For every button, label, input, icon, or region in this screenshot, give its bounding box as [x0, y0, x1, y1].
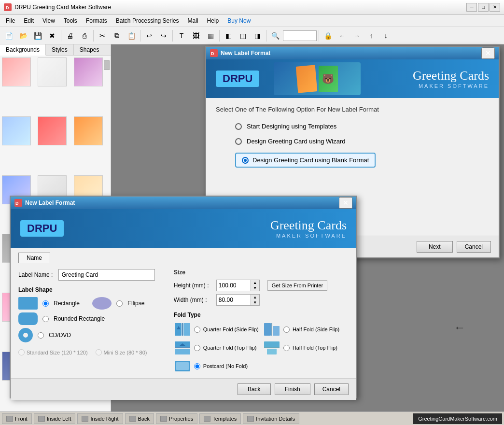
label-name-input[interactable]	[58, 269, 155, 281]
text-button[interactable]: T	[175, 29, 188, 42]
radio-half-top[interactable]	[283, 345, 290, 351]
svg-rect-17	[264, 341, 280, 347]
thumbnail-1[interactable]	[2, 57, 31, 86]
radio-blank[interactable]	[242, 157, 249, 164]
save-button[interactable]: 💾	[31, 29, 44, 42]
maximize-button[interactable]: □	[478, 3, 489, 12]
height-spin-up[interactable]: ▲	[251, 280, 259, 285]
arrow-right[interactable]: →	[350, 29, 364, 42]
minimize-button[interactable]: ─	[466, 3, 477, 12]
delete-button[interactable]: ✖	[45, 29, 59, 42]
menu-edit[interactable]: Edit	[20, 16, 38, 25]
status-tab-inside-left[interactable]: Inside Left	[34, 413, 76, 424]
radio-quarter-top[interactable]	[194, 345, 200, 351]
redo-button[interactable]: ↪	[157, 29, 170, 42]
status-tab-invitation[interactable]: Invitation Details	[243, 413, 299, 424]
menu-view[interactable]: View	[39, 16, 59, 25]
align-center[interactable]: ◫	[236, 29, 250, 42]
tab-backgrounds[interactable]: Backgrounds	[0, 44, 46, 56]
new-button[interactable]: 📄	[2, 29, 15, 42]
cd-label: CD/DVD	[49, 332, 71, 339]
width-input[interactable]	[217, 295, 251, 305]
standard-size-label: Standard Size (120 * 120)	[27, 350, 88, 355]
dialog1-option-1[interactable]: Design Greeting Card using Wizard	[235, 138, 489, 145]
width-spin-up[interactable]: ▲	[251, 295, 259, 300]
radio-cd[interactable]	[38, 332, 44, 339]
status-tab-inside-right[interactable]: Inside Right	[77, 413, 123, 424]
menu-batch[interactable]: Batch Processing Series	[112, 16, 183, 25]
zoom-in[interactable]: 🔍	[268, 29, 282, 42]
radio-rectangle[interactable]	[42, 300, 49, 307]
thumbnail-2[interactable]	[38, 57, 67, 86]
dialog1-next-button[interactable]: Next	[417, 241, 453, 253]
svg-rect-21	[176, 362, 189, 370]
cut-button[interactable]: ✂	[96, 29, 109, 42]
menu-buy-now[interactable]: Buy Now	[224, 16, 254, 25]
tab-styles[interactable]: Styles	[46, 44, 74, 55]
arrow-up[interactable]: ↑	[364, 29, 378, 42]
lock-button[interactable]: 🔒	[321, 29, 335, 42]
dialog2-right: Size Height (mm) : ▲ ▼ Get Size From Pri…	[174, 269, 349, 373]
dialog1-body: Select One of The Following Option For N…	[206, 98, 499, 175]
zoom-input[interactable]: 100%	[283, 30, 317, 41]
fold-option-0: Quarter Fold (Side Flip)	[174, 322, 259, 337]
dialog1-option-0[interactable]: Start Designing using Templates	[235, 123, 489, 130]
radio-rounded-rect[interactable]	[42, 316, 49, 322]
dialog2-cancel-button[interactable]: Cancel	[314, 383, 349, 395]
print2-button[interactable]: ⎙	[78, 29, 91, 42]
menu-file[interactable]: File	[2, 16, 19, 25]
open-button[interactable]: 📂	[16, 29, 30, 42]
dialog2-footer: Back Finish Cancel	[11, 378, 356, 400]
inside-left-tab-label: Inside Left	[47, 416, 71, 422]
dialog1-title: New Label Format	[221, 50, 481, 57]
front-tab-icon	[6, 416, 13, 422]
status-tab-properties[interactable]: Properties	[156, 413, 197, 424]
align-right[interactable]: ◨	[251, 29, 264, 42]
status-tab-templates[interactable]: Templates	[199, 413, 241, 424]
radio-templates[interactable]	[235, 123, 242, 130]
thumbnail-3[interactable]	[74, 57, 103, 86]
thumbnail-4[interactable]	[2, 116, 31, 145]
dialog2-close-button[interactable]: ✕	[339, 197, 352, 209]
half-fold-top-flip-icon	[263, 340, 280, 355]
print-button[interactable]: 🖨	[63, 29, 77, 42]
barcode-button[interactable]: ▦	[204, 29, 217, 42]
properties-tab-icon	[160, 416, 167, 422]
undo-button[interactable]: ↩	[142, 29, 156, 42]
radio-wizard[interactable]	[235, 138, 242, 145]
width-spin-down[interactable]: ▼	[251, 300, 259, 305]
radio-postcard[interactable]	[194, 363, 200, 369]
height-spin-down[interactable]: ▼	[251, 285, 259, 291]
status-tab-front[interactable]: Front	[2, 413, 32, 424]
height-input[interactable]	[217, 280, 251, 291]
menu-formats[interactable]: Formats	[82, 16, 111, 25]
get-size-button[interactable]: Get Size From Printer	[267, 280, 327, 291]
paste-button[interactable]: 📋	[125, 29, 138, 42]
radio-ellipse[interactable]	[116, 300, 123, 307]
radio-half-side[interactable]	[283, 326, 290, 333]
banner1-drpu: DRPU	[216, 71, 259, 87]
dialog2-finish-button[interactable]: Finish	[275, 383, 310, 395]
dialog2-back-button[interactable]: Back	[238, 383, 271, 395]
menu-mail[interactable]: Mail	[184, 16, 202, 25]
arrow-left[interactable]: ←	[336, 29, 349, 42]
shape-section: Label Shape Rectangle Ellipse	[18, 286, 164, 355]
dialog2-name-tab[interactable]: Name	[18, 253, 50, 263]
align-left[interactable]: ◧	[222, 29, 235, 42]
copy-button[interactable]: ⧉	[110, 29, 124, 42]
thumbnail-5[interactable]	[38, 116, 67, 145]
tab-shapes[interactable]: Shapes	[74, 44, 106, 55]
image-button[interactable]: 🖼	[189, 29, 203, 42]
menu-help[interactable]: Help	[203, 16, 223, 25]
status-tab-back[interactable]: Back	[125, 413, 154, 424]
dialog1-option-2[interactable]: Design Greeting Card using Blank Format	[235, 153, 489, 168]
thumbnail-6[interactable]	[74, 116, 103, 145]
close-button[interactable]: ✕	[490, 3, 500, 12]
dialog1-cancel-button[interactable]: Cancel	[457, 241, 491, 253]
size-options-row: Standard Size (120 * 120) Mini Size (80 …	[18, 349, 164, 355]
arrow-down[interactable]: ↓	[379, 29, 392, 42]
dialog1-close-button[interactable]: ✕	[481, 47, 495, 59]
menu-tools[interactable]: Tools	[60, 16, 81, 25]
scrollbar[interactable]	[104, 60, 110, 70]
radio-quarter-side[interactable]	[194, 326, 200, 333]
